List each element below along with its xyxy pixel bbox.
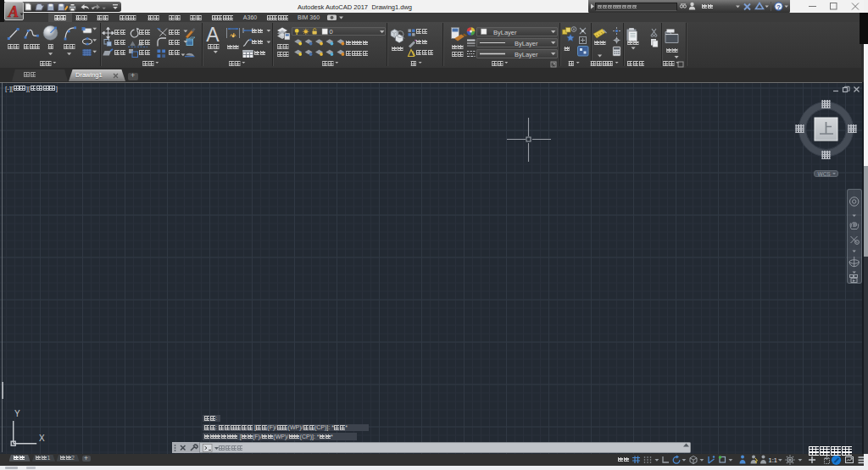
svg-text:ByLayer: ByLayer	[493, 28, 517, 36]
svg-text:ByLayer: ByLayer	[515, 39, 538, 47]
svg-text:?: ?	[776, 3, 781, 11]
svg-text:A: A	[8, 3, 19, 20]
svg-text:X: X	[39, 434, 45, 443]
svg-text:A: A	[206, 24, 220, 46]
svg-text:Y: Y	[14, 409, 20, 418]
svg-text:ByLayer: ByLayer	[515, 51, 538, 58]
svg-text:1:1: 1:1	[769, 456, 777, 464]
